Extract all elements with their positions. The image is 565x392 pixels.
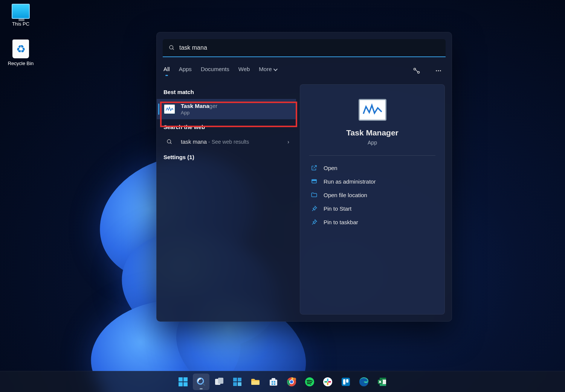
edge-button[interactable] bbox=[356, 374, 372, 390]
file-explorer-button[interactable] bbox=[247, 374, 264, 390]
tab-more[interactable]: More bbox=[259, 66, 276, 76]
spotify-icon bbox=[304, 377, 315, 387]
svg-rect-12 bbox=[183, 377, 188, 381]
trello-button[interactable] bbox=[337, 374, 354, 390]
svg-point-6 bbox=[440, 70, 441, 71]
search-options-button[interactable] bbox=[432, 64, 445, 77]
action-pin-to-start[interactable]: Pin to Start bbox=[309, 202, 435, 215]
result-best-match-task-manager[interactable]: Task Manager App bbox=[157, 99, 296, 119]
svg-rect-27 bbox=[274, 381, 275, 383]
start-button[interactable] bbox=[175, 374, 191, 390]
svg-line-8 bbox=[170, 143, 171, 144]
edge-icon bbox=[359, 377, 369, 387]
section-header-search-web: Search the web bbox=[157, 119, 296, 134]
widgets-icon bbox=[232, 377, 243, 387]
devices-icon bbox=[413, 67, 420, 74]
search-across-devices-button[interactable] bbox=[410, 64, 423, 77]
svg-rect-23 bbox=[251, 381, 260, 385]
start-search-panel: All Apps Documents Web More Best match bbox=[156, 32, 452, 322]
svg-rect-39 bbox=[328, 381, 331, 383]
preview-title: Task Manager bbox=[309, 128, 435, 137]
widgets-button[interactable] bbox=[229, 374, 246, 390]
tab-documents[interactable]: Documents bbox=[201, 66, 229, 76]
svg-point-7 bbox=[167, 140, 171, 143]
tab-all[interactable]: All bbox=[163, 66, 170, 76]
result-preview-card: Task Manager App Open Run as administrat… bbox=[300, 84, 445, 315]
search-icon bbox=[196, 377, 206, 387]
desktop-icon-label: Recycle Bin bbox=[4, 61, 38, 66]
store-icon bbox=[268, 377, 279, 387]
svg-rect-40 bbox=[342, 378, 350, 386]
task-view-icon bbox=[214, 377, 224, 387]
svg-rect-38 bbox=[327, 382, 328, 385]
svg-point-5 bbox=[438, 70, 439, 71]
svg-rect-25 bbox=[272, 378, 275, 380]
desktop-icon-label: This PC bbox=[4, 21, 38, 27]
svg-point-33 bbox=[293, 378, 296, 381]
search-icon bbox=[166, 139, 173, 145]
result-title: Task Manager bbox=[181, 103, 217, 109]
task-manager-icon bbox=[163, 104, 176, 114]
action-open-file-location[interactable]: Open file location bbox=[309, 188, 435, 202]
svg-rect-36 bbox=[327, 378, 328, 381]
desktop-icon-recycle-bin[interactable]: ♻ Recycle Bin bbox=[4, 40, 38, 66]
open-icon bbox=[311, 164, 318, 171]
folder-icon bbox=[311, 191, 318, 198]
microsoft-store-button[interactable] bbox=[265, 374, 282, 390]
svg-rect-18 bbox=[218, 378, 223, 384]
search-bar[interactable] bbox=[163, 39, 446, 57]
svg-point-4 bbox=[436, 70, 437, 71]
search-results-list: Best match Task Manager App Search the w… bbox=[157, 77, 296, 321]
search-button[interactable] bbox=[193, 374, 209, 390]
svg-line-16 bbox=[203, 383, 205, 386]
svg-rect-24 bbox=[270, 380, 277, 386]
this-pc-icon bbox=[12, 4, 30, 19]
excel-icon bbox=[377, 377, 387, 387]
svg-rect-42 bbox=[346, 379, 348, 383]
spotify-button[interactable] bbox=[301, 374, 318, 390]
action-pin-to-taskbar[interactable]: Pin to taskbar bbox=[309, 215, 435, 229]
pin-icon bbox=[311, 205, 318, 212]
task-manager-icon bbox=[359, 99, 386, 121]
divider bbox=[309, 155, 435, 156]
search-icon bbox=[169, 45, 175, 51]
result-web-search[interactable]: task mana - See web results › bbox=[157, 134, 296, 149]
search-filter-tabs: All Apps Documents Web More bbox=[157, 57, 452, 77]
tab-web[interactable]: Web bbox=[238, 66, 250, 76]
chrome-button[interactable] bbox=[283, 374, 300, 390]
action-label: Open file location bbox=[324, 192, 367, 198]
trello-icon bbox=[341, 377, 351, 387]
svg-point-0 bbox=[170, 46, 173, 49]
excel-button[interactable] bbox=[374, 374, 390, 390]
svg-rect-20 bbox=[238, 378, 241, 381]
recycle-bin-icon: ♻ bbox=[12, 40, 29, 58]
shield-icon bbox=[311, 178, 318, 185]
svg-rect-21 bbox=[233, 382, 237, 386]
svg-rect-11 bbox=[179, 377, 183, 381]
task-view-button[interactable] bbox=[211, 374, 228, 390]
desktop-icon-this-pc[interactable]: This PC bbox=[4, 4, 38, 27]
section-header-best-match: Best match bbox=[157, 84, 296, 99]
search-input[interactable] bbox=[179, 44, 440, 51]
svg-rect-22 bbox=[238, 382, 241, 386]
svg-rect-41 bbox=[343, 379, 345, 384]
windows-icon bbox=[178, 377, 188, 387]
preview-subtitle: App bbox=[309, 140, 435, 146]
action-open[interactable]: Open bbox=[309, 161, 435, 175]
chevron-down-icon bbox=[273, 67, 277, 71]
tab-more-label: More bbox=[259, 66, 272, 72]
chevron-right-icon: › bbox=[287, 139, 289, 145]
tab-apps[interactable]: Apps bbox=[179, 66, 192, 76]
action-label: Pin to Start bbox=[324, 205, 351, 212]
more-icon bbox=[435, 67, 442, 74]
svg-rect-19 bbox=[233, 378, 237, 381]
chrome-icon bbox=[286, 377, 297, 387]
slack-button[interactable] bbox=[319, 374, 336, 390]
action-run-as-administrator[interactable]: Run as administrator bbox=[309, 175, 435, 188]
result-subtitle: App bbox=[181, 110, 217, 115]
svg-rect-29 bbox=[274, 383, 275, 385]
svg-rect-28 bbox=[272, 383, 273, 385]
svg-rect-26 bbox=[272, 381, 273, 383]
svg-rect-13 bbox=[179, 382, 183, 386]
slack-icon bbox=[322, 377, 333, 387]
